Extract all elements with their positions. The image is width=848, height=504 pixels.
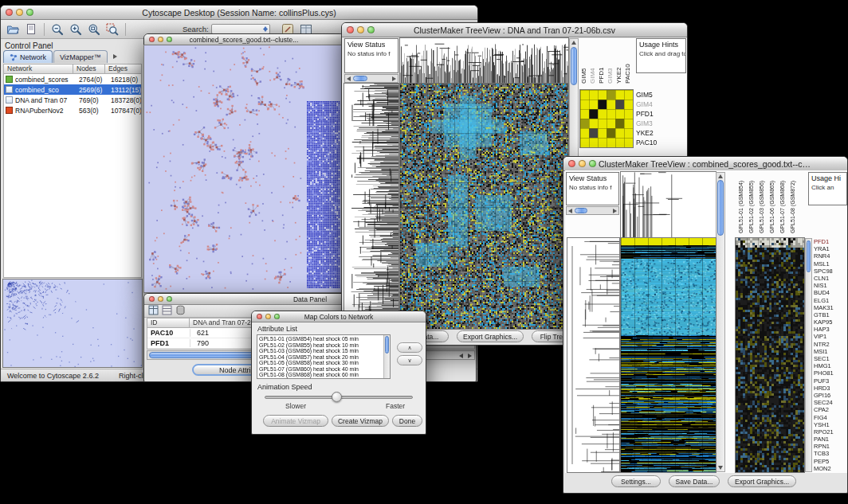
gene-label[interactable]: TCB3 [814, 450, 847, 457]
attribute-list-item[interactable]: GPL51-08 (GSM868) heat shock 60 min [259, 372, 388, 378]
save-data-button[interactable]: Save Data... [669, 475, 720, 487]
gene-label[interactable]: YRA1 [814, 245, 847, 252]
treeview-dna-titlebar[interactable]: ClusterMaker TreeView : DNA and Tran 07-… [342, 23, 687, 37]
heatmap-canvas[interactable] [400, 84, 568, 329]
heatmap-canvas[interactable] [621, 238, 716, 472]
attribute-list[interactable]: GPL51-01 (GSM854) heat shock 05 minGPL51… [257, 334, 391, 379]
zoom-out-icon[interactable] [49, 21, 65, 37]
gene-label[interactable]: PUF3 [814, 377, 847, 385]
scrollbar-thumb[interactable] [385, 336, 389, 354]
map-colors-titlebar[interactable]: Map Colors to Network [252, 311, 426, 322]
attribute-list-item[interactable]: GPL51-05 (GSM858) heat shock 30 min [259, 360, 388, 366]
gene-label[interactable]: HMG1 [814, 362, 847, 369]
zoom-fit-icon[interactable] [86, 21, 102, 37]
gene-label[interactable]: GTB1 [814, 311, 847, 318]
gene-label[interactable]: PFD1 [814, 238, 847, 245]
zoom-in-icon[interactable] [68, 21, 84, 37]
gene-label[interactable]: SEC24 [814, 399, 847, 406]
dendrogram-hscrollbar[interactable] [344, 74, 398, 83]
network-overview-thumbnail[interactable] [3, 279, 142, 367]
gene-label[interactable]: RNR4 [814, 252, 847, 260]
close-button[interactable] [257, 314, 262, 319]
zoom-window-button[interactable] [26, 9, 33, 16]
row-dendrogram-canvas[interactable] [567, 238, 619, 472]
zoom-window-button[interactable] [367, 26, 375, 33]
scroll-right-icon[interactable] [468, 354, 472, 358]
animation-speed-slider-thumb[interactable] [332, 392, 342, 402]
scroll-up-icon[interactable] [718, 174, 723, 178]
scroll-left-icon[interactable] [568, 209, 572, 213]
scrollbar-thumb[interactable] [571, 47, 577, 85]
gene-label[interactable]: VIP1 [814, 333, 847, 340]
close-button[interactable] [6, 9, 13, 16]
dendrogram-hscrollbar[interactable] [566, 206, 619, 215]
attribute-list-item[interactable]: GPL51-03 (GSM856) heat shock 15 min [259, 348, 388, 354]
scrollbar-thumb[interactable] [717, 180, 724, 236]
network-list-row[interactable]: combined_sco 2569(6) 13112(15) [4, 84, 141, 95]
gene-label[interactable]: RPO21 [814, 428, 847, 436]
network-list-row[interactable]: RNAPuberNov2 563(0) 107847(0) [4, 105, 141, 115]
header-edges[interactable]: Edges [105, 64, 142, 74]
done-button[interactable]: Done [392, 415, 422, 427]
open-folder-icon[interactable] [5, 21, 21, 37]
close-button[interactable] [568, 160, 575, 167]
minimize-button[interactable] [16, 9, 23, 16]
network-view-titlebar[interactable]: combined_scores_good.txt--cluste... [144, 34, 344, 45]
gene-label[interactable]: GPI16 [814, 392, 847, 399]
scroll-left-icon[interactable] [459, 354, 463, 358]
minimize-button[interactable] [579, 160, 586, 167]
gene-label[interactable]: PHO81 [814, 369, 847, 377]
zoom-selected-region-icon[interactable] [104, 21, 120, 37]
gene-label[interactable]: MON2 [814, 465, 847, 472]
row-dendrogram-canvas[interactable] [344, 84, 398, 329]
header-id[interactable]: ID [147, 318, 190, 328]
expression-vscrollbar[interactable] [805, 238, 812, 472]
column-dendrogram-canvas[interactable] [400, 38, 568, 83]
gene-label[interactable]: HAP3 [814, 326, 847, 333]
heatmap-vscrollbar[interactable] [716, 172, 725, 472]
scroll-right-icon[interactable] [392, 76, 396, 81]
column-dendrogram-canvas[interactable] [621, 172, 716, 237]
attribute-list-item[interactable]: GPL51-02 (GSM855) heat shock 10 min [259, 342, 388, 349]
scrollbar-thumb[interactable] [353, 76, 367, 81]
close-button[interactable] [149, 296, 155, 302]
minimize-button[interactable] [158, 37, 163, 42]
scroll-left-icon[interactable] [347, 76, 351, 81]
gene-label[interactable]: MSI1 [814, 348, 847, 355]
gene-label[interactable]: PEP5 [814, 458, 847, 465]
scrollbar-thumb[interactable] [807, 240, 811, 272]
attribute-select-icon[interactable] [148, 304, 159, 318]
close-button[interactable] [347, 26, 354, 33]
gene-label[interactable]: YSH1 [814, 421, 847, 428]
attribute-list-item[interactable]: GPL51-04 (GSM857) heat shock 20 min [259, 354, 388, 361]
export-graphics-button[interactable]: Export Graphics... [728, 475, 796, 487]
tab-network[interactable]: Network [3, 50, 53, 63]
settings-button[interactable]: Settings... [611, 475, 661, 487]
attribute-list-vscrollbar[interactable] [383, 335, 390, 378]
similarity-matrix-canvas[interactable] [580, 90, 633, 147]
gene-label[interactable]: FIG4 [814, 414, 847, 421]
scrollbar-thumb[interactable] [575, 208, 587, 213]
attribute-table-icon[interactable] [162, 304, 172, 318]
combo-down-icon[interactable] [263, 29, 268, 32]
move-up-button[interactable]: ∧ [397, 342, 422, 353]
gene-label[interactable]: CPA2 [814, 406, 847, 413]
network-canvas[interactable] [144, 45, 344, 292]
gene-label[interactable]: ELG1 [814, 297, 847, 304]
gene-label[interactable]: SEC1 [814, 355, 847, 362]
zoom-window-button[interactable] [589, 160, 596, 167]
header-nodes[interactable]: Nodes [73, 64, 105, 74]
attribute-delete-icon[interactable] [175, 304, 186, 318]
tab-overflow-icon[interactable] [113, 54, 117, 59]
create-vizmap-button[interactable]: Create Vizmap [332, 415, 389, 427]
minimize-button[interactable] [265, 314, 271, 319]
expression-heatmap-canvas[interactable] [736, 238, 804, 472]
network-list-row[interactable]: combined_scores 2764(0) 16218(0) [4, 74, 141, 84]
export-graphics-button[interactable]: Export Graphics... [457, 330, 524, 342]
animate-vizmap-button[interactable]: Animate Vizmap [263, 415, 328, 427]
scroll-right-icon[interactable] [613, 209, 617, 213]
header-network[interactable]: Network [3, 64, 73, 74]
gene-label[interactable]: MAK31 [814, 304, 847, 311]
gene-label[interactable]: NTR2 [814, 341, 847, 348]
scroll-up-icon[interactable] [571, 41, 576, 45]
